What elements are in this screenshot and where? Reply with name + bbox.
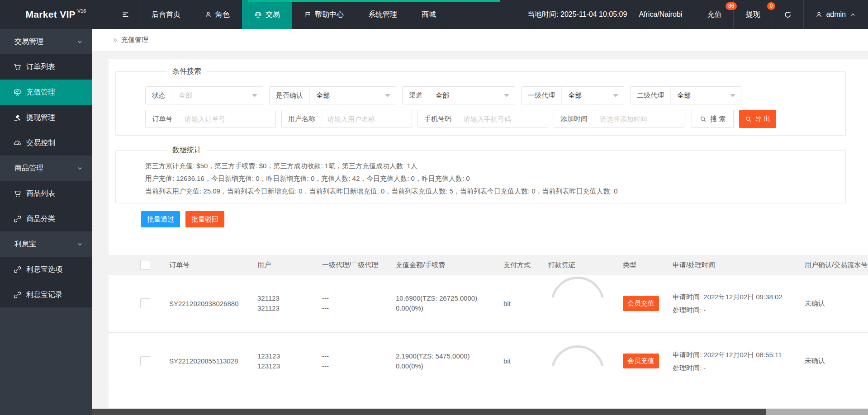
recharge-count-badge: 86 xyxy=(726,2,737,10)
hamburger-icon xyxy=(122,11,129,19)
col-amount: 充值金额/手续费 xyxy=(396,255,503,275)
nav-item-mall[interactable]: 商城 xyxy=(409,0,448,29)
pay-method: bit xyxy=(503,332,548,390)
select-filter-row: 状态 全部 是否确认 全部 渠道 全部 一级代理 全部 xyxy=(145,86,836,104)
recharge-table: 订单号 用户 一级代理/二级代理 充值金额/手续费 支付方式 打款凭证 类型 申… xyxy=(109,255,868,390)
amount-cell: 10.6900(TZS: 26725.0000)0.00(0%) xyxy=(396,275,503,332)
table-header-row: 订单号 用户 一级代理/二级代理 充值金额/手续费 支付方式 打款凭证 类型 申… xyxy=(109,255,868,275)
user-cell: 123123123123 xyxy=(257,332,322,390)
status-select[interactable]: 状态 全部 xyxy=(145,86,263,104)
add-time-input[interactable] xyxy=(594,110,684,127)
phone-field-group: 手机号码 xyxy=(417,110,548,128)
sidebar-item-interest-records[interactable]: 利息宝记录 xyxy=(0,282,92,307)
brand-logo: Market VIP V16 xyxy=(0,0,112,29)
order-no-field-group: 订单号 xyxy=(145,110,276,128)
voucher-cell xyxy=(548,332,623,390)
channel-select[interactable]: 渠道 全部 xyxy=(402,86,515,104)
voucher-cell xyxy=(548,275,623,332)
chevron-down-icon xyxy=(76,241,83,248)
select-caret-icon xyxy=(730,94,735,97)
user-icon xyxy=(205,11,212,18)
content-card: 条件搜索 状态 全部 是否确认 全部 渠道 全部 一级 xyxy=(109,59,868,408)
search-button[interactable]: 搜 索 xyxy=(692,110,734,128)
sidebar-group-interest[interactable]: 利息宝 xyxy=(0,231,92,257)
select-caret-icon xyxy=(385,94,390,97)
stats-line-current-list: 当前列表用户充值: 25.09，当前列表今日新增充值: 0，当前列表昨日新增充值… xyxy=(145,185,836,198)
select-caret-icon xyxy=(504,94,509,97)
timezone-text: Africa/Nairobi xyxy=(639,10,682,19)
flag-icon xyxy=(304,11,311,18)
agent-level2-select[interactable]: 二级代理 全部 xyxy=(630,86,741,104)
add-time-field-group: 添加时间 xyxy=(554,110,684,128)
refresh-button[interactable] xyxy=(772,0,803,29)
username: admin xyxy=(826,10,846,19)
type-badge: 会员充值 xyxy=(623,354,659,368)
local-time-text: 当地时间: 2025-11-04 10:05:09 xyxy=(527,10,627,19)
col-voucher: 打款凭证 xyxy=(548,255,623,275)
user-icon xyxy=(816,11,822,18)
stats-line-user: 用户充值: 12636.16，今日新增充值: 0，昨日新增充值: 0，充值人数:… xyxy=(145,172,836,185)
amount-cell: 2.1900(TZS: 5475.0000)0.00(0%) xyxy=(396,332,503,390)
agent-level1-select[interactable]: 一级代理 全部 xyxy=(521,86,624,104)
col-agents: 一级代理/二级代理 xyxy=(322,255,396,275)
scale-icon xyxy=(254,11,262,19)
row-checkbox[interactable] xyxy=(140,298,150,308)
sidebar: 交易管理 订单列表 充值管理 提现管理 交易控制 商品管理 商品列表 商品分类 … xyxy=(0,29,92,415)
user-menu[interactable]: admin xyxy=(803,0,868,29)
col-user: 用户 xyxy=(257,255,322,275)
top-nav-menu: 后台首页 角色 交易 帮助中心 系统管理 商城 xyxy=(139,0,448,29)
order-no: SY2212020938026880 xyxy=(169,275,257,332)
col-type: 类型 xyxy=(623,255,673,275)
stats-line-thirdparty: 第三方累计充值: $50，第三方手续费: $0，第三方成功收款: 1笔，第三方充… xyxy=(145,160,836,172)
sidebar-item-interest-options[interactable]: 利息宝选项 xyxy=(0,257,92,282)
col-order-no: 订单号 xyxy=(169,255,257,275)
sidebar-group-goods[interactable]: 商品管理 xyxy=(0,156,92,181)
topbar-right: 当地时间: 2025-11-04 10:05:09 Africa/Nairobi… xyxy=(527,0,868,29)
search-legend: 条件搜索 xyxy=(167,67,207,76)
sidebar-item-recharge-management[interactable]: 充值管理 xyxy=(0,80,92,105)
sidebar-item-trade-control[interactable]: 交易控制 xyxy=(0,130,92,156)
sidebar-item-order-list[interactable]: 订单列表 xyxy=(0,54,92,80)
export-button[interactable]: 导 出 xyxy=(739,110,776,128)
nav-item-help-center[interactable]: 帮助中心 xyxy=(292,0,356,29)
nav-item-dashboard[interactable]: 后台首页 xyxy=(139,0,193,29)
broken-image-placeholder xyxy=(551,277,609,297)
sidebar-item-goods-category[interactable]: 商品分类 xyxy=(0,206,92,231)
refresh-icon xyxy=(784,11,792,19)
col-time: 申请/处理时间 xyxy=(673,255,805,275)
phone-input[interactable] xyxy=(458,110,548,127)
chevron-down-icon xyxy=(76,38,83,45)
nav-item-system[interactable]: 系统管理 xyxy=(356,0,409,29)
stats-legend: 数据统计 xyxy=(167,146,207,155)
order-no-input[interactable] xyxy=(179,110,275,127)
nav-item-roles[interactable]: 角色 xyxy=(193,0,242,29)
bulk-approve-button[interactable]: 批量通过 xyxy=(141,211,180,227)
horizontal-scrollbar[interactable] xyxy=(92,409,868,415)
sidebar-group-trade[interactable]: 交易管理 xyxy=(0,29,92,54)
recharge-notice-button[interactable]: 充值 86 xyxy=(695,0,733,29)
page-title: 充值管理 xyxy=(121,36,148,44)
link-icon xyxy=(14,291,21,299)
username-input[interactable] xyxy=(322,110,412,127)
brand-version: V16 xyxy=(77,8,86,14)
confirm-select[interactable]: 是否确认 全部 xyxy=(269,86,396,104)
row-checkbox[interactable] xyxy=(140,356,150,366)
main-content: » 充值管理 条件搜索 状态 全部 是否确认 全部 渠道 全部 xyxy=(92,29,868,415)
sidebar-item-goods-list[interactable]: 商品列表 xyxy=(0,181,92,206)
nav-item-trade[interactable]: 交易 xyxy=(242,0,292,29)
select-caret-icon xyxy=(252,94,257,97)
col-pay-method: 支付方式 xyxy=(503,255,548,275)
chart-board-icon xyxy=(14,89,21,96)
cart-icon xyxy=(14,190,21,198)
select-all-checkbox[interactable] xyxy=(140,260,150,270)
confirm-status: 未确认 xyxy=(805,275,868,332)
withdraw-notice-button[interactable]: 提现 0 xyxy=(733,0,772,29)
sidebar-toggle-button[interactable] xyxy=(112,0,139,29)
bulk-reject-button[interactable]: 批量驳回 xyxy=(185,211,224,227)
search-icon xyxy=(745,116,752,123)
agent-cell: ------ xyxy=(322,275,396,332)
horizontal-scrollbar-thumb[interactable] xyxy=(92,409,766,415)
sidebar-item-withdraw-management[interactable]: 提现管理 xyxy=(0,105,92,130)
search-icon xyxy=(700,116,707,123)
breadcrumb-arrow-icon: » xyxy=(113,36,117,44)
